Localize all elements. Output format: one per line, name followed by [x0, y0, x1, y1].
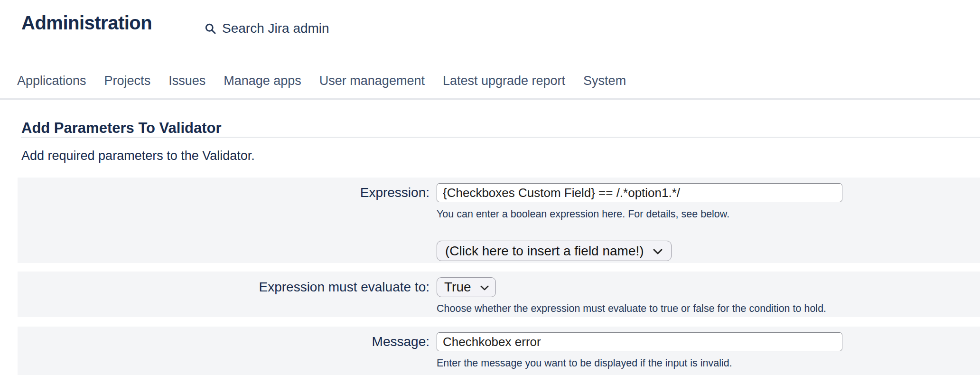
nav-item-issues[interactable]: Issues	[168, 74, 205, 88]
evaluate-select-value: True	[444, 280, 471, 295]
chevron-down-icon	[480, 283, 489, 291]
evaluate-select[interactable]: True	[437, 277, 496, 297]
evaluate-controls: True Choose whether the expression must …	[437, 272, 826, 315]
form-row-evaluate: Expression must evaluate to: True Choose…	[18, 272, 980, 317]
expression-help-text: You can enter a boolean expression here.…	[437, 208, 729, 220]
message-label: Message:	[18, 327, 429, 351]
message-help-text: Enter the message you want to be display…	[437, 357, 732, 369]
field-name-select-value: (Click here to insert a field name!)	[445, 244, 644, 259]
field-name-select[interactable]: (Click here to insert a field name!)	[437, 241, 672, 261]
nav-item-system[interactable]: System	[583, 74, 626, 88]
chevron-down-icon	[653, 247, 663, 255]
form-row-message: Message: Enter the message you want to b…	[18, 327, 980, 375]
nav-item-latest-upgrade-report[interactable]: Latest upgrade report	[443, 74, 565, 88]
page-description: Add required parameters to the Validator…	[21, 149, 255, 163]
message-controls: Enter the message you want to be display…	[437, 327, 842, 369]
expression-controls: You can enter a boolean expression here.…	[437, 178, 842, 261]
nav-item-manage-apps[interactable]: Manage apps	[224, 74, 301, 88]
page-title: Add Parameters To Validator	[21, 120, 222, 137]
evaluate-help-text: Choose whether the expression must evalu…	[437, 303, 826, 315]
nav-item-applications[interactable]: Applications	[17, 74, 86, 88]
search-icon	[204, 22, 217, 35]
jira-admin-page: Administration Search Jira admin Applica…	[0, 0, 980, 375]
admin-nav: Applications Projects Issues Manage apps…	[17, 74, 626, 88]
nav-item-user-management[interactable]: User management	[319, 74, 425, 88]
expression-input[interactable]	[437, 183, 842, 202]
page-title-underline	[21, 137, 980, 138]
page-header-title: Administration	[21, 12, 152, 34]
form-row-expression: Expression: You can enter a boolean expr…	[18, 178, 980, 263]
search-jira-admin[interactable]: Search Jira admin	[204, 21, 329, 36]
nav-item-projects[interactable]: Projects	[104, 74, 151, 88]
search-label: Search Jira admin	[222, 21, 329, 36]
message-input[interactable]	[437, 332, 842, 351]
header-divider	[0, 98, 980, 100]
evaluate-label: Expression must evaluate to:	[18, 272, 429, 297]
expression-label: Expression:	[18, 178, 429, 202]
